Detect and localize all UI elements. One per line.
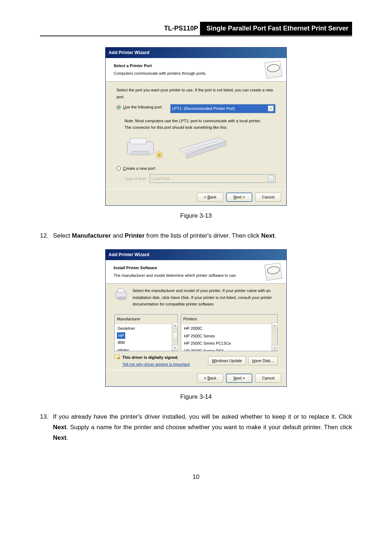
svg-rect-2 bbox=[132, 151, 149, 155]
manufacturer-header: Manufacturer bbox=[115, 315, 177, 324]
create-port-label: Create a new port: bbox=[123, 165, 156, 172]
scrollbar[interactable]: ▴ ▾ bbox=[172, 323, 177, 351]
list-item[interactable]: HP 2500C Series PCL5Ce bbox=[181, 340, 277, 347]
step-13: 13. If you already have the printer's dr… bbox=[40, 412, 352, 443]
create-port-radio-row[interactable]: Create a new port: bbox=[117, 165, 275, 172]
chevron-down-icon[interactable]: ▾ bbox=[268, 106, 274, 111]
dialog-install-printer-software: Add Printer Wizard Install Printer Softw… bbox=[105, 249, 287, 387]
svg-point-14 bbox=[118, 357, 120, 359]
svg-rect-1 bbox=[130, 138, 146, 144]
product-title: Single Parallel Port Fast Ethernet Print… bbox=[200, 22, 352, 35]
next-button[interactable]: Next > bbox=[226, 193, 252, 202]
dialog-titlebar: Add Printer Wizard bbox=[106, 48, 286, 58]
dialog-intro-text: Select the port you want your printer to… bbox=[117, 87, 275, 100]
type-of-port-value: Local Port bbox=[151, 175, 170, 182]
note-line-2: The connector for this port should look … bbox=[124, 124, 275, 131]
page-number: 10 bbox=[40, 472, 352, 483]
figure-caption-1: Figure 3-13 bbox=[40, 211, 352, 221]
driver-signing-link[interactable]: Tell me why driver signing is important bbox=[122, 361, 190, 368]
scroll-down-icon[interactable]: ▾ bbox=[172, 345, 178, 351]
printer-small-icon bbox=[114, 287, 129, 300]
printer-icon bbox=[264, 61, 282, 79]
svg-rect-4 bbox=[158, 153, 160, 155]
dialog-header-subtitle: The manufacturer and model determine whi… bbox=[114, 272, 265, 279]
step-13-text: If you already have the printer's driver… bbox=[53, 412, 352, 443]
list-item[interactable]: HP 2000C bbox=[181, 325, 277, 332]
figure-caption-2: Figure 3-14 bbox=[40, 392, 352, 402]
have-disk-button[interactable]: Have Disk... bbox=[248, 356, 278, 365]
install-desc-text: Select the manufacturer and model of you… bbox=[132, 287, 278, 308]
port-illustrations bbox=[124, 135, 275, 160]
list-item[interactable]: HP 2500C Series PS3 bbox=[181, 347, 277, 351]
step-12-text: Select Manufacturer and Printer from the… bbox=[53, 231, 352, 241]
printer-icon bbox=[264, 263, 282, 281]
list-item[interactable]: IBM bbox=[115, 339, 177, 346]
dialog-header-subtitle: Computers communicate with printers thro… bbox=[114, 70, 265, 77]
port-connector-illustration bbox=[175, 135, 230, 160]
printers-header: Printers bbox=[181, 315, 277, 324]
back-button[interactable]: < Back bbox=[197, 374, 223, 383]
dialog-header: Install Printer Software The manufacture… bbox=[106, 260, 286, 284]
type-of-port-dropdown: Local Port ▾ bbox=[150, 174, 275, 183]
back-button[interactable]: < Back bbox=[197, 193, 223, 202]
list-item[interactable]: infotec bbox=[115, 346, 177, 351]
list-item-selected[interactable]: HP bbox=[117, 332, 125, 339]
radio-unchecked-icon bbox=[117, 166, 121, 171]
next-button[interactable]: Next > bbox=[226, 374, 252, 383]
scroll-down-icon[interactable]: ▾ bbox=[272, 345, 278, 351]
cancel-button[interactable]: Cancel bbox=[255, 374, 281, 383]
printers-list[interactable]: Printers HP 2000CHP 2500C SeriesHP 2500C… bbox=[181, 314, 278, 351]
dialog-header-title: Install Printer Software bbox=[114, 264, 265, 271]
manufacturer-list[interactable]: Manufacturer GestetnerHPIBMinfotecIwatsu… bbox=[114, 314, 178, 351]
windows-update-button[interactable]: Windows Update bbox=[208, 356, 246, 365]
dialog-button-row: < Back Next > Cancel bbox=[106, 189, 286, 205]
scroll-up-icon[interactable]: ▴ bbox=[172, 323, 178, 328]
list-item[interactable]: HP 2500C Series bbox=[181, 332, 277, 340]
type-of-port-label: Type of port: bbox=[124, 175, 147, 182]
certificate-icon bbox=[114, 354, 120, 360]
dialog-titlebar: Add Printer Wizard bbox=[106, 250, 286, 260]
printer-illustration bbox=[124, 135, 164, 160]
list-item[interactable]: Gestetner bbox=[115, 325, 177, 332]
scroll-thumb[interactable] bbox=[172, 333, 177, 341]
dialog-header-title: Select a Printer Port bbox=[114, 62, 265, 69]
dialog-button-row: < Back Next > Cancel bbox=[106, 370, 286, 386]
document-header: TL-PS110P Single Parallel Port Fast Ethe… bbox=[40, 22, 352, 36]
svg-rect-11 bbox=[118, 289, 124, 292]
svg-rect-5 bbox=[158, 155, 161, 156]
scroll-up-icon[interactable]: ▴ bbox=[272, 323, 278, 328]
step-number: 13. bbox=[40, 412, 51, 443]
cancel-button[interactable]: Cancel bbox=[255, 193, 281, 202]
note-line-1: Note: Most computers use the LPT1: port … bbox=[124, 118, 275, 124]
dialog-select-port: Add Printer Wizard Select a Printer Port… bbox=[105, 47, 287, 206]
install-description: Select the manufacturer and model of you… bbox=[114, 287, 278, 308]
scrollbar[interactable]: ▴ ▾ bbox=[271, 323, 277, 351]
step-number: 12. bbox=[40, 231, 51, 241]
port-value: LPT1: (Recommended Printer Port) bbox=[172, 105, 235, 112]
note-block: Note: Most computers use the LPT1: port … bbox=[124, 118, 275, 131]
signed-text: This driver is digitally signed. bbox=[122, 354, 190, 361]
step-12: 12. Select Manufacturer and Printer from… bbox=[40, 231, 352, 241]
svg-point-12 bbox=[117, 297, 127, 300]
use-port-label: Use the following port: bbox=[123, 104, 163, 111]
model-label: TL-PS110P bbox=[164, 23, 198, 34]
chevron-down-icon: ▾ bbox=[268, 176, 274, 181]
radio-checked-icon bbox=[117, 105, 121, 110]
dialog-header: Select a Printer Port Computers communic… bbox=[106, 58, 286, 82]
